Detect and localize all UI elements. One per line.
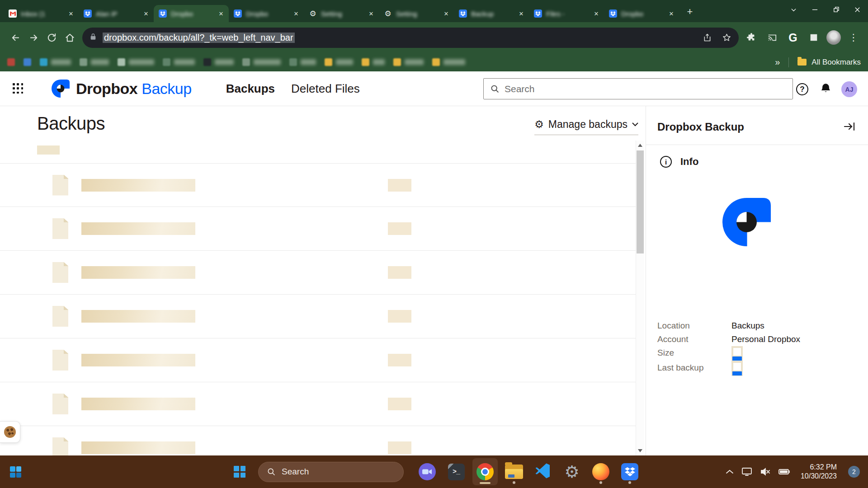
apps-grid-icon[interactable]: [13, 83, 24, 94]
help-button[interactable]: ?: [796, 83, 808, 95]
browser-menu-icon[interactable]: ⋮: [845, 29, 862, 46]
start-button[interactable]: [232, 464, 247, 479]
bookmark-star-icon[interactable]: [722, 33, 731, 42]
browser-tab[interactable]: Inbox (1✕: [4, 5, 79, 22]
tab-close-icon[interactable]: ✕: [217, 9, 225, 18]
browser-tab[interactable]: Alan iP✕: [79, 5, 154, 22]
bookmarks-overflow-icon[interactable]: »: [775, 57, 780, 67]
redacted-file-name: [81, 266, 195, 279]
tab-close-icon[interactable]: ✕: [667, 9, 675, 18]
nav-tab-deleted-files[interactable]: Deleted Files: [291, 82, 360, 96]
all-bookmarks-button[interactable]: All Bookmarks: [797, 58, 861, 67]
extensions-puzzle-icon[interactable]: [743, 29, 760, 46]
redacted-file-name: [81, 441, 195, 454]
scroll-up-icon[interactable]: [638, 144, 642, 147]
address-bar[interactable]: dropbox.com/backup/all?_tk=web_left_nav_…: [82, 28, 739, 48]
notifications-bell-icon[interactable]: [820, 83, 832, 97]
app-search-box[interactable]: [483, 78, 793, 99]
bookmark-item[interactable]: [7, 58, 15, 66]
taskbar-app-settings[interactable]: ⚙: [559, 458, 585, 485]
redacted-file-name: [81, 310, 195, 323]
bookmark-item[interactable]: [362, 58, 385, 66]
browser-tab[interactable]: Dropbo✕: [229, 5, 304, 22]
bookmark-item[interactable]: [203, 58, 234, 66]
browser-profile-avatar[interactable]: [826, 30, 841, 45]
browser-tab[interactable]: Dropbo✕: [604, 5, 679, 22]
battery-icon[interactable]: [778, 468, 790, 475]
scroll-down-icon[interactable]: [638, 449, 642, 452]
scrollbar-thumb[interactable]: [637, 150, 644, 253]
taskbar-app-explorer[interactable]: [501, 458, 527, 485]
window-minimize-button[interactable]: [804, 0, 826, 19]
taskbar-app-dropbox[interactable]: [617, 458, 642, 485]
tab-close-icon[interactable]: ✕: [67, 9, 75, 18]
collapse-panel-button[interactable]: [843, 121, 855, 134]
tray-chevron-up-icon[interactable]: [726, 469, 734, 474]
table-row[interactable]: [0, 163, 636, 207]
back-button[interactable]: [6, 28, 24, 47]
bookmark-item[interactable]: [325, 58, 353, 66]
nav-tab-backups[interactable]: Backups: [226, 82, 275, 96]
scrollbar[interactable]: [636, 141, 644, 455]
taskbar-corner-icon[interactable]: [10, 466, 21, 478]
metadata-fields: Location Backups Account Personal Dropbo…: [657, 319, 800, 376]
account-avatar[interactable]: AJ: [841, 81, 857, 97]
browser-tab[interactable]: ⚙Setting✕: [379, 5, 454, 22]
bookmarks: [7, 58, 465, 66]
share-icon[interactable]: [703, 33, 712, 42]
search-input[interactable]: [505, 84, 771, 94]
home-button[interactable]: [61, 28, 79, 47]
browser-tab[interactable]: Backup✕: [454, 5, 529, 22]
table-row[interactable]: [0, 207, 636, 251]
side-panel-icon[interactable]: [806, 29, 822, 46]
window-close-button[interactable]: [847, 0, 868, 19]
cast-icon[interactable]: [764, 29, 780, 46]
tab-close-icon[interactable]: ✕: [517, 9, 525, 18]
url-text[interactable]: dropbox.com/backup/all?_tk=web_left_nav_…: [103, 33, 295, 43]
taskbar-search-label: Search: [282, 467, 309, 477]
taskbar-app-firefox[interactable]: [588, 458, 613, 485]
tab-close-icon[interactable]: ✕: [367, 9, 375, 18]
bookmark-item[interactable]: [289, 58, 316, 66]
reload-button[interactable]: [42, 28, 61, 47]
bookmark-item[interactable]: [24, 58, 31, 66]
notification-count-badge[interactable]: 2: [848, 466, 860, 478]
tab-close-icon[interactable]: ✕: [442, 9, 450, 18]
taskbar-apps: >_⚙: [413, 458, 644, 485]
running-indicator: [628, 481, 631, 484]
table-row[interactable]: [0, 338, 636, 382]
network-display-icon[interactable]: [741, 467, 752, 476]
bookmark-item[interactable]: [432, 58, 465, 66]
bookmark-item[interactable]: [163, 58, 195, 66]
browser-tab-active[interactable]: Dropbo✕: [154, 5, 229, 22]
taskbar-search[interactable]: Search: [258, 462, 404, 482]
taskbar-app-chrome[interactable]: [472, 458, 498, 485]
tab-close-icon[interactable]: ✕: [142, 9, 150, 18]
bookmark-item[interactable]: [393, 58, 424, 66]
bookmark-item[interactable]: [118, 58, 154, 66]
browser-tab[interactable]: Files -✕: [529, 5, 604, 22]
bookmark-item[interactable]: [242, 58, 281, 66]
taskbar-app-terminal[interactable]: >_: [443, 458, 469, 485]
tab-close-icon[interactable]: ✕: [292, 9, 300, 18]
table-row[interactable]: [0, 382, 636, 426]
bookmark-item[interactable]: [80, 58, 109, 66]
window-chevron-button[interactable]: [783, 0, 804, 19]
forward-button[interactable]: [24, 28, 42, 47]
new-tab-button[interactable]: +: [684, 5, 696, 18]
taskbar-app-video-call[interactable]: [415, 458, 440, 485]
browser-tab[interactable]: ⚙Setting✕: [304, 5, 379, 22]
taskbar-app-vscode[interactable]: [530, 458, 556, 485]
table-row[interactable]: [0, 426, 636, 455]
redacted-file-name: [81, 398, 195, 410]
manage-backups-button[interactable]: ⚙ Manage backups: [534, 118, 638, 135]
volume-muted-icon[interactable]: [760, 467, 771, 476]
tab-close-icon[interactable]: ✕: [592, 9, 600, 18]
table-row[interactable]: [0, 251, 636, 295]
google-g-icon[interactable]: G: [785, 29, 801, 46]
table-row[interactable]: [0, 295, 636, 338]
cookie-consent-widget[interactable]: [0, 421, 20, 443]
bookmark-item[interactable]: [40, 58, 71, 66]
window-restore-button[interactable]: [826, 0, 847, 19]
taskbar-clock[interactable]: 6:32 PM 10/30/2023: [801, 463, 837, 481]
